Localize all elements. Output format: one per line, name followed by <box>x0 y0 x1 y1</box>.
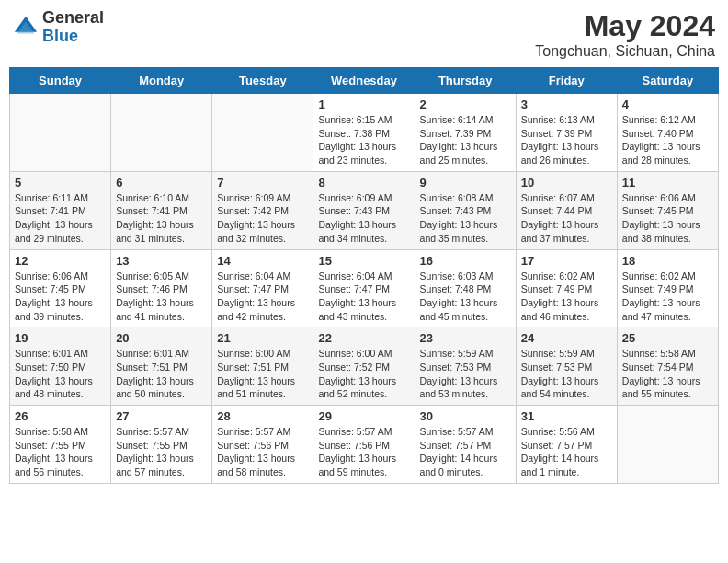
day-number: 28 <box>217 409 308 423</box>
table-row: 7Sunrise: 6:09 AM Sunset: 7:42 PM Daylig… <box>212 171 313 249</box>
day-info: Sunrise: 6:09 AM Sunset: 7:42 PM Dayligh… <box>217 191 308 246</box>
calendar-body: 1Sunrise: 6:15 AM Sunset: 7:38 PM Daylig… <box>10 94 719 484</box>
day-number: 2 <box>420 98 511 111</box>
header-row: Sunday Monday Tuesday Wednesday Thursday… <box>10 68 719 94</box>
calendar-header: Sunday Monday Tuesday Wednesday Thursday… <box>10 68 719 94</box>
day-number: 6 <box>116 176 207 190</box>
day-info: Sunrise: 6:02 AM Sunset: 7:49 PM Dayligh… <box>521 270 612 324</box>
page-header: General Blue May 2024 Tongchuan, Sichuan… <box>9 9 719 60</box>
table-row: 4Sunrise: 6:12 AM Sunset: 7:40 PM Daylig… <box>617 94 718 172</box>
day-info: Sunrise: 6:12 AM Sunset: 7:40 PM Dayligh… <box>622 113 713 167</box>
day-number: 14 <box>217 254 308 268</box>
day-info: Sunrise: 6:14 AM Sunset: 7:39 PM Dayligh… <box>420 113 511 167</box>
table-row: 21Sunrise: 6:00 AM Sunset: 7:51 PM Dayli… <box>212 327 313 406</box>
day-number: 24 <box>521 331 612 345</box>
day-info: Sunrise: 5:57 AM Sunset: 7:55 PM Dayligh… <box>116 425 207 479</box>
day-number: 11 <box>622 176 713 190</box>
day-number: 25 <box>622 331 713 345</box>
day-info: Sunrise: 5:58 AM Sunset: 7:55 PM Dayligh… <box>15 425 106 479</box>
table-row: 12Sunrise: 6:06 AM Sunset: 7:45 PM Dayli… <box>10 249 111 327</box>
table-row: 27Sunrise: 5:57 AM Sunset: 7:55 PM Dayli… <box>111 406 212 484</box>
header-monday: Monday <box>111 68 212 94</box>
table-row: 9Sunrise: 6:08 AM Sunset: 7:43 PM Daylig… <box>415 171 516 249</box>
day-info: Sunrise: 6:04 AM Sunset: 7:47 PM Dayligh… <box>217 270 308 324</box>
day-number: 26 <box>15 409 106 423</box>
day-info: Sunrise: 5:57 AM Sunset: 7:57 PM Dayligh… <box>420 425 511 479</box>
month-year-title: May 2024 <box>535 9 715 43</box>
table-row: 13Sunrise: 6:05 AM Sunset: 7:46 PM Dayli… <box>111 249 212 327</box>
day-info: Sunrise: 6:01 AM Sunset: 7:51 PM Dayligh… <box>116 347 207 401</box>
day-number: 18 <box>622 254 713 268</box>
day-info: Sunrise: 6:04 AM Sunset: 7:47 PM Dayligh… <box>318 270 409 324</box>
day-number: 12 <box>15 254 106 268</box>
table-row: 16Sunrise: 6:03 AM Sunset: 7:48 PM Dayli… <box>415 249 516 327</box>
table-row: 26Sunrise: 5:58 AM Sunset: 7:55 PM Dayli… <box>10 406 111 484</box>
day-info: Sunrise: 6:01 AM Sunset: 7:50 PM Dayligh… <box>15 347 106 401</box>
calendar-week-row: 5Sunrise: 6:11 AM Sunset: 7:41 PM Daylig… <box>10 171 719 249</box>
table-row: 29Sunrise: 5:57 AM Sunset: 7:56 PM Dayli… <box>313 406 415 484</box>
day-number: 3 <box>521 98 612 111</box>
day-number: 5 <box>15 176 106 190</box>
day-info: Sunrise: 5:58 AM Sunset: 7:54 PM Dayligh… <box>622 347 713 401</box>
day-number: 21 <box>217 331 308 345</box>
day-info: Sunrise: 6:15 AM Sunset: 7:38 PM Dayligh… <box>318 113 409 167</box>
header-wednesday: Wednesday <box>313 68 415 94</box>
table-row: 20Sunrise: 6:01 AM Sunset: 7:51 PM Dayli… <box>111 327 212 406</box>
day-info: Sunrise: 5:59 AM Sunset: 7:53 PM Dayligh… <box>420 347 511 401</box>
table-row: 25Sunrise: 5:58 AM Sunset: 7:54 PM Dayli… <box>617 327 718 406</box>
header-thursday: Thursday <box>415 68 516 94</box>
logo-blue-text: Blue <box>42 27 78 45</box>
day-info: Sunrise: 6:06 AM Sunset: 7:45 PM Dayligh… <box>15 270 106 324</box>
table-row: 19Sunrise: 6:01 AM Sunset: 7:50 PM Dayli… <box>10 327 111 406</box>
table-row: 24Sunrise: 5:59 AM Sunset: 7:53 PM Dayli… <box>516 327 617 406</box>
logo-general-text: General <box>42 8 104 27</box>
day-info: Sunrise: 6:06 AM Sunset: 7:45 PM Dayligh… <box>622 191 713 246</box>
day-info: Sunrise: 5:59 AM Sunset: 7:53 PM Dayligh… <box>521 347 612 401</box>
table-row: 1Sunrise: 6:15 AM Sunset: 7:38 PM Daylig… <box>313 94 415 172</box>
day-number: 27 <box>116 409 207 423</box>
table-row <box>212 94 313 172</box>
header-saturday: Saturday <box>617 68 718 94</box>
table-row: 18Sunrise: 6:02 AM Sunset: 7:49 PM Dayli… <box>617 249 718 327</box>
day-info: Sunrise: 6:00 AM Sunset: 7:52 PM Dayligh… <box>318 347 409 401</box>
header-friday: Friday <box>516 68 617 94</box>
table-row: 5Sunrise: 6:11 AM Sunset: 7:41 PM Daylig… <box>10 171 111 249</box>
table-row: 30Sunrise: 5:57 AM Sunset: 7:57 PM Dayli… <box>415 406 516 484</box>
calendar-week-row: 12Sunrise: 6:06 AM Sunset: 7:45 PM Dayli… <box>10 249 719 327</box>
day-info: Sunrise: 6:11 AM Sunset: 7:41 PM Dayligh… <box>15 191 106 246</box>
day-number: 1 <box>318 98 409 111</box>
location-subtitle: Tongchuan, Sichuan, China <box>535 43 715 60</box>
table-row <box>111 94 212 172</box>
table-row: 23Sunrise: 5:59 AM Sunset: 7:53 PM Dayli… <box>415 327 516 406</box>
logo-icon <box>13 15 39 40</box>
calendar-week-row: 19Sunrise: 6:01 AM Sunset: 7:50 PM Dayli… <box>10 327 719 406</box>
day-number: 8 <box>318 176 409 190</box>
day-number: 16 <box>420 254 511 268</box>
table-row: 14Sunrise: 6:04 AM Sunset: 7:47 PM Dayli… <box>212 249 313 327</box>
day-info: Sunrise: 6:03 AM Sunset: 7:48 PM Dayligh… <box>420 270 511 324</box>
table-row: 8Sunrise: 6:09 AM Sunset: 7:43 PM Daylig… <box>313 171 415 249</box>
header-sunday: Sunday <box>10 68 111 94</box>
day-info: Sunrise: 6:05 AM Sunset: 7:46 PM Dayligh… <box>116 270 207 324</box>
day-info: Sunrise: 6:07 AM Sunset: 7:44 PM Dayligh… <box>521 191 612 246</box>
day-number: 7 <box>217 176 308 190</box>
table-row: 28Sunrise: 5:57 AM Sunset: 7:56 PM Dayli… <box>212 406 313 484</box>
table-row: 15Sunrise: 6:04 AM Sunset: 7:47 PM Dayli… <box>313 249 415 327</box>
calendar-table: Sunday Monday Tuesday Wednesday Thursday… <box>9 67 719 484</box>
logo: General Blue <box>13 9 104 46</box>
table-row: 31Sunrise: 5:56 AM Sunset: 7:57 PM Dayli… <box>516 406 617 484</box>
day-number: 13 <box>116 254 207 268</box>
day-number: 17 <box>521 254 612 268</box>
header-tuesday: Tuesday <box>212 68 313 94</box>
day-number: 31 <box>521 409 612 423</box>
day-info: Sunrise: 5:56 AM Sunset: 7:57 PM Dayligh… <box>521 425 612 479</box>
day-number: 22 <box>318 331 409 345</box>
day-info: Sunrise: 6:08 AM Sunset: 7:43 PM Dayligh… <box>420 191 511 246</box>
day-number: 10 <box>521 176 612 190</box>
day-number: 4 <box>622 98 713 111</box>
day-info: Sunrise: 6:13 AM Sunset: 7:39 PM Dayligh… <box>521 113 612 167</box>
day-info: Sunrise: 6:09 AM Sunset: 7:43 PM Dayligh… <box>318 191 409 246</box>
day-number: 19 <box>15 331 106 345</box>
table-row: 3Sunrise: 6:13 AM Sunset: 7:39 PM Daylig… <box>516 94 617 172</box>
table-row <box>10 94 111 172</box>
